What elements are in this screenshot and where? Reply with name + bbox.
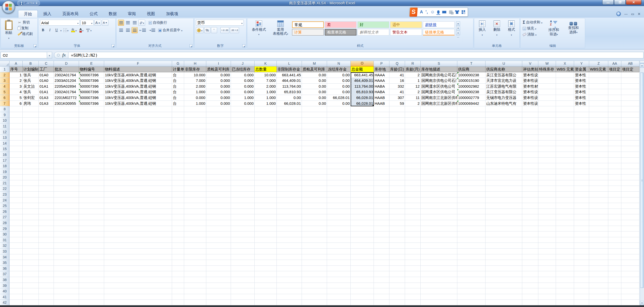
cell-O21[interactable] <box>351 180 374 186</box>
cell-AB34[interactable] <box>621 254 639 260</box>
gallery-more-button[interactable]: ▼— <box>456 31 460 35</box>
cell-B34[interactable] <box>23 254 39 260</box>
cell-F35[interactable] <box>104 260 172 266</box>
cell-D39[interactable] <box>54 283 79 289</box>
cell-E35[interactable] <box>79 260 104 266</box>
cell-Y34[interactable] <box>574 254 589 260</box>
cell-G10[interactable] <box>172 118 184 123</box>
cell-I30[interactable] <box>206 231 231 237</box>
cell-AA35[interactable] <box>608 260 621 266</box>
cell-Q1[interactable]: 库龄(日) <box>389 66 405 72</box>
cell-Y40[interactable] <box>574 288 589 294</box>
cell-Y42[interactable] <box>574 300 589 305</box>
cell-H6[interactable]: 0.000 <box>184 95 206 101</box>
cell-O34[interactable] <box>351 254 374 260</box>
cell-H20[interactable] <box>184 175 206 180</box>
cell-Y14[interactable] <box>574 141 589 146</box>
cell-U40[interactable] <box>486 288 522 294</box>
column-header-H[interactable]: H <box>184 61 206 66</box>
cell-K38[interactable] <box>255 277 277 283</box>
cell-K5[interactable]: 1.000 <box>255 89 277 95</box>
cell-Z23[interactable] <box>589 192 608 197</box>
cell-AA20[interactable] <box>608 175 621 180</box>
cell-G37[interactable] <box>172 271 184 277</box>
cell-E7[interactable]: 500007396 <box>79 101 104 107</box>
cell-I1[interactable]: 质检及可利库 <box>206 66 231 72</box>
cell-Q32[interactable] <box>389 243 405 249</box>
row-header-7[interactable]: 7 <box>0 101 10 107</box>
cell-A9[interactable] <box>10 112 23 118</box>
cell-T11[interactable] <box>457 123 486 129</box>
cell-X2[interactable] <box>556 72 574 78</box>
cell-Q42[interactable] <box>389 300 405 305</box>
cell-I34[interactable] <box>206 254 231 260</box>
cell-Z37[interactable] <box>589 271 608 277</box>
cell-T19[interactable] <box>457 169 486 175</box>
merge-center-button[interactable]: ▣合并后居中 <box>157 28 183 33</box>
cell-P39[interactable] <box>374 283 389 289</box>
cell-N29[interactable] <box>327 226 351 232</box>
cell-AA4[interactable] <box>608 84 621 89</box>
cell-AB21[interactable] <box>621 180 639 186</box>
cell-B42[interactable] <box>23 300 39 305</box>
cell-W37[interactable] <box>538 271 556 277</box>
cell-G34[interactable] <box>172 254 184 260</box>
cell-O16[interactable] <box>351 152 374 158</box>
cell-A19[interactable] <box>10 169 23 175</box>
cell-C37[interactable] <box>39 271 54 277</box>
tab-insert[interactable]: 插入 <box>38 10 57 18</box>
cell-D27[interactable] <box>54 214 79 220</box>
cell-H23[interactable] <box>184 192 206 197</box>
cell-AB15[interactable] <box>621 146 639 152</box>
cell-L37[interactable] <box>277 271 302 277</box>
cell-E25[interactable] <box>79 203 104 209</box>
cell-C3[interactable]: 01A0 <box>39 78 54 84</box>
cell-U21[interactable] <box>486 180 522 186</box>
doc-restore-button[interactable]: ▭ <box>631 12 634 16</box>
cell-Z35[interactable] <box>589 260 608 266</box>
cell-V38[interactable] <box>522 277 538 283</box>
cell-O5[interactable]: 65,810.93 <box>351 89 374 95</box>
cell-W26[interactable] <box>538 209 556 215</box>
cell-J36[interactable] <box>231 266 255 271</box>
cell-AA26[interactable] <box>608 209 621 215</box>
cell-E4[interactable]: 500007396 <box>79 84 104 89</box>
cell-Y18[interactable] <box>574 163 589 169</box>
cell-L26[interactable] <box>277 209 302 215</box>
cell-O23[interactable] <box>351 192 374 197</box>
cell-U10[interactable] <box>486 118 522 123</box>
cell-Q39[interactable] <box>389 283 405 289</box>
cell-D33[interactable] <box>54 249 79 254</box>
cell-Z20[interactable] <box>589 175 608 180</box>
cell-AB1[interactable]: 项目定 <box>621 66 639 72</box>
cell-C13[interactable] <box>39 135 54 141</box>
cell-P35[interactable] <box>374 260 389 266</box>
cell-D35[interactable] <box>54 260 79 266</box>
cell-P23[interactable] <box>374 192 389 197</box>
cell-G4[interactable]: 台 <box>172 84 184 89</box>
cell-M27[interactable] <box>302 214 327 220</box>
cell-V41[interactable] <box>522 294 538 300</box>
cell-F33[interactable] <box>104 249 172 254</box>
cell-L19[interactable] <box>277 169 302 175</box>
cell-M15[interactable] <box>302 146 327 152</box>
cell-G5[interactable]: 台 <box>172 89 184 95</box>
cell-P24[interactable] <box>374 197 389 203</box>
cell-V18[interactable] <box>522 163 538 169</box>
cell-O30[interactable] <box>351 231 374 237</box>
cell-P14[interactable] <box>374 141 389 146</box>
cell-O40[interactable] <box>351 288 374 294</box>
gallery-scroll-up-button[interactable]: ▲ <box>456 21 460 26</box>
cell-F29[interactable] <box>104 226 172 232</box>
cell-I26[interactable] <box>206 209 231 215</box>
middle-align-button[interactable] <box>125 20 131 26</box>
row-header-2[interactable]: 2 <box>0 72 10 78</box>
cell-X40[interactable] <box>556 288 574 294</box>
fill-handle[interactable] <box>372 105 374 106</box>
cell-F36[interactable] <box>104 266 172 271</box>
cell-I37[interactable] <box>206 271 231 277</box>
cell-E2[interactable]: 500007396 <box>79 72 104 78</box>
cell-F23[interactable] <box>104 192 172 197</box>
cell-A30[interactable] <box>10 231 23 237</box>
cell-N26[interactable] <box>327 209 351 215</box>
